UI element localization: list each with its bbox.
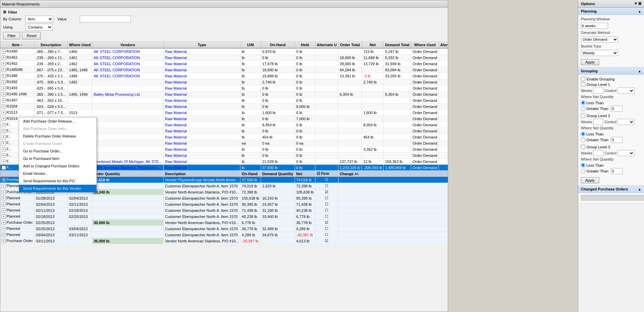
expand-icon[interactable]: +	[2, 153, 6, 158]
expand-icon[interactable]: +	[2, 117, 6, 121]
table-row[interactable]: +R1495 1496 .365 - .390 x 2.5... 1495, 1…	[0, 91, 448, 97]
detail-expand-icon[interactable]: +	[2, 208, 6, 213]
expand-icon[interactable]: +	[2, 62, 6, 66]
table-row[interactable]: +R1461 .239 - .269 x 11... 1461 AK STEEL…	[0, 55, 448, 61]
context-menu-item[interactable]: Delete Purchase Order Release	[19, 132, 96, 140]
expand-icon[interactable]: +	[2, 129, 6, 133]
greater-than-radio-2[interactable]	[581, 138, 585, 142]
table-row[interactable]: +R1488 .375 - .425 x 5.1... 1488 AK STEE…	[0, 73, 448, 79]
expand-icon[interactable]: +	[2, 74, 6, 78]
greater-than-radio-1[interactable]	[581, 107, 585, 111]
expand-icon[interactable]: +	[2, 86, 6, 90]
context-menu-item[interactable]: Send Requirements for this PO	[19, 177, 96, 185]
expand-icon[interactable]: +	[2, 135, 6, 139]
control-select-3[interactable]	[618, 150, 634, 156]
table-row[interactable]: +R1460 .365 - .395 x 7... 1460 AK STEEL …	[0, 48, 448, 55]
col-header-whereused2[interactable]: Where Used	[411, 42, 439, 48]
detail-expand-icon[interactable]: +	[2, 239, 6, 243]
detail-row[interactable]: +Planned 02/04/2013 02/11/2013 Customer …	[0, 201, 448, 207]
col-header-demand[interactable]: Demand Total	[384, 42, 411, 48]
control-select-1[interactable]	[618, 88, 634, 94]
expand-icon[interactable]: +	[2, 56, 6, 60]
grouping-collapse-icon[interactable]: ▲	[638, 69, 641, 73]
col-header-altum[interactable]: Alternate U	[315, 42, 338, 48]
context-menu-item[interactable]: Add to Changed Purchase Orders	[19, 162, 96, 170]
col-header-ordertotal[interactable]: Order Total	[338, 42, 362, 48]
reset-button[interactable]: Reset	[22, 32, 41, 39]
less-than-radio-2[interactable]	[581, 132, 585, 136]
by-column-select[interactable]: Item Description Vendors	[25, 16, 53, 22]
table-row[interactable]: +R1485/86 .067 - .075 x 23... 1485, 1486…	[0, 67, 448, 73]
context-menu-item[interactable]: Send Requirements for this Vendor	[19, 185, 96, 192]
expand-icon[interactable]: +	[2, 50, 6, 54]
col-header-net[interactable]: Net	[362, 42, 384, 48]
grouping-apply-button[interactable]: Apply	[581, 177, 599, 183]
detail-expand-icon[interactable]: +	[2, 184, 6, 188]
net-value-2[interactable]	[611, 137, 623, 143]
detail-row[interactable]: +Planned 02/18/2013 02/25/2013 Customer …	[0, 214, 448, 220]
expand-icon[interactable]: +	[2, 68, 6, 72]
expand-icon[interactable]: +	[2, 92, 6, 96]
table-row[interactable]: +R1497 .463 - .502 x 10... Raw Material …	[0, 97, 448, 104]
net-value-1[interactable]	[611, 106, 623, 112]
options-close-icon[interactable]: ✕ ⊠	[634, 1, 641, 6]
context-menu-item[interactable]: Add Purchase Order Release...	[19, 117, 96, 125]
detail-expand-icon[interactable]: +	[2, 196, 6, 200]
expand-icon[interactable]: +	[2, 98, 6, 103]
detail-row[interactable]: +Purchase Order 02/25/2013 30,000 lb Ven…	[0, 220, 448, 226]
expand-icon[interactable]: +	[2, 160, 6, 164]
changed-po-section-header[interactable]: Changed Purchase Orders ▲	[578, 185, 644, 193]
table-row[interactable]: +R1504 .024 - .028 x 5.5... Raw Material…	[0, 104, 448, 110]
col-header-um[interactable]: U/M	[240, 42, 261, 48]
changed-po-collapse-icon[interactable]: ▲	[638, 187, 641, 191]
expand-icon[interactable]: +	[2, 141, 6, 145]
detail-expand-icon[interactable]: +	[2, 227, 6, 231]
col-header-vendors[interactable]: Vendors	[92, 42, 163, 48]
detail-expand-icon[interactable]: +	[2, 202, 6, 206]
expand-icon[interactable]: +	[2, 111, 6, 115]
weeks-input-2[interactable]	[593, 119, 603, 125]
detail-row[interactable]: +Planned 03/04/2013 03/11/2013 Customer …	[0, 232, 448, 238]
col-header-type[interactable]: Type	[164, 42, 240, 48]
detail-row[interactable]: +Planned 02/11/2013 02/18/2013 Customer …	[0, 207, 448, 214]
detail-row[interactable]: +Planned 02/25/2013 03/04/2013 Customer …	[0, 226, 448, 232]
col-header-alerts[interactable]: Alerts	[439, 42, 448, 48]
using-select[interactable]: Contains Starts With Equals	[25, 24, 53, 31]
col-header-item[interactable]: Item ↑	[0, 42, 34, 48]
group-level1-checkbox[interactable]	[581, 82, 585, 87]
enable-grouping-checkbox[interactable]	[581, 77, 585, 81]
less-than-radio-1[interactable]	[581, 100, 585, 105]
weeks-input-1[interactable]	[593, 88, 603, 94]
table-row[interactable]: +R1462 .239 - .269 x 2... 1462 AK STEEL …	[0, 61, 448, 67]
table-row[interactable]: +R1513 .071 - .077 x 7.5... 1513 Raw Mat…	[0, 110, 448, 116]
value-input[interactable]	[80, 16, 131, 22]
detail-expand-icon[interactable]: +	[2, 215, 6, 219]
expand-icon[interactable]: +	[2, 147, 6, 151]
planning-section-header[interactable]: Planning ▲	[578, 7, 644, 15]
group-level2-checkbox[interactable]	[581, 113, 585, 118]
detail-expand-icon[interactable]: +	[2, 178, 6, 182]
context-menu-item[interactable]: Go to Purchase Order...	[19, 147, 96, 155]
generate-method-select[interactable]: Order Demand Forecast	[581, 36, 618, 42]
table-row[interactable]: +R1493 .625 - .665 x 5.0... Raw Material…	[0, 85, 448, 91]
expand-icon[interactable]: +	[2, 123, 6, 127]
greater-than-radio-3[interactable]	[581, 169, 585, 173]
planning-apply-button[interactable]: Apply	[581, 59, 599, 65]
context-menu-item[interactable]: Go to Purchased Item	[19, 155, 96, 162]
planning-window-input[interactable]	[581, 23, 608, 29]
net-value-3[interactable]	[611, 168, 623, 174]
planning-collapse-icon[interactable]: ▲	[638, 10, 641, 13]
detail-row[interactable]: +Purchase Order 03/11/2013 35,000 lb Ven…	[0, 238, 448, 244]
detail-expand-icon[interactable]: +	[2, 233, 6, 237]
filter-button[interactable]: Filter	[3, 32, 20, 39]
col-header-held[interactable]: Held	[295, 42, 315, 48]
bucket-type-select[interactable]: Weekly Daily Monthly	[581, 50, 618, 56]
less-than-radio-3[interactable]	[581, 163, 585, 167]
expand-icon[interactable]: +	[2, 105, 6, 109]
context-menu-item[interactable]: Email Vendor...	[19, 170, 96, 177]
detail-expand-icon[interactable]: +	[2, 190, 6, 194]
expand-icon[interactable]: −	[2, 166, 6, 170]
col-header-where-used[interactable]: Where Used	[68, 42, 92, 48]
col-header-desc[interactable]: Description	[34, 42, 68, 48]
col-header-onhand[interactable]: On-Hand	[261, 42, 295, 48]
